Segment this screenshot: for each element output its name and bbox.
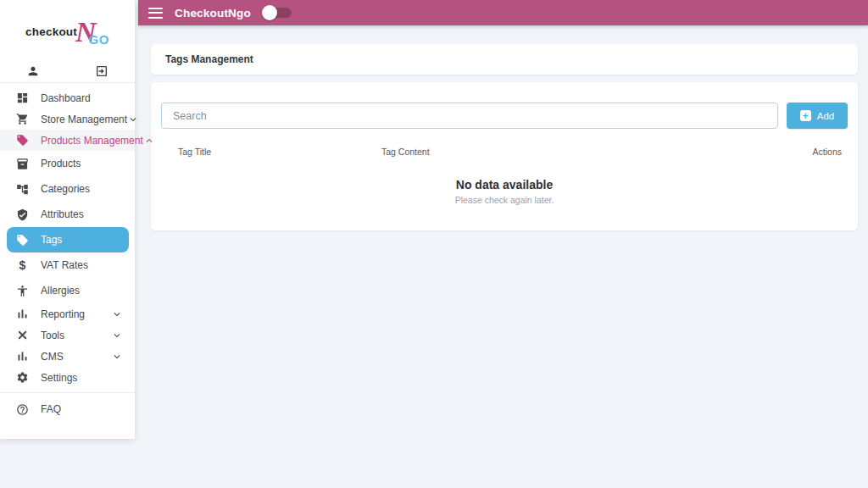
column-tag-content: Tag Content — [381, 147, 813, 157]
sidebar-item-tools[interactable]: Tools — [0, 324, 135, 346]
main-content: Tags Management + Add Tag Title Tag Cont… — [138, 25, 868, 488]
plus-icon: + — [800, 110, 811, 121]
sidebar-item-label: Products Management — [41, 135, 143, 147]
chevron-down-icon — [111, 330, 123, 341]
person-raised-arm-icon — [16, 285, 29, 297]
page-title-card: Tags Management — [151, 44, 858, 75]
sidebar-item-label: Store Management — [41, 114, 127, 125]
sidebar-item-label: Allergies — [41, 285, 80, 297]
chevron-up-icon — [143, 135, 155, 147]
app-title: CheckoutNgo — [175, 7, 251, 19]
sidebar-item-label: Products — [41, 158, 81, 169]
chevron-down-icon — [111, 308, 123, 320]
bar-chart-icon — [16, 308, 29, 320]
sidebar: checkoutNGO Dashboard Store Management P… — [0, 0, 135, 439]
toggle-thumb — [262, 5, 277, 20]
sidebar-divider — [0, 392, 135, 393]
logo-text-go: GO — [89, 32, 109, 47]
sidebar-item-label: Attributes — [41, 208, 84, 220]
tools-icon — [16, 329, 29, 341]
hierarchy-icon — [16, 183, 29, 196]
sidebar-item-products-management[interactable]: Products Management — [0, 130, 135, 151]
sidebar-item-products[interactable]: Products — [0, 151, 135, 176]
sidebar-item-label: VAT Rates — [41, 259, 88, 271]
sidebar-item-label: FAQ — [41, 403, 61, 415]
sidebar-item-settings[interactable]: Settings — [0, 367, 135, 388]
sidebar-item-label: CMS — [41, 351, 64, 363]
tag-icon — [16, 234, 29, 247]
user-icon[interactable] — [26, 64, 40, 78]
dashboard-icon — [16, 92, 29, 104]
sidebar-item-label: Reporting — [41, 308, 85, 320]
menu-icon[interactable] — [148, 8, 163, 19]
search-input[interactable] — [161, 103, 778, 129]
sidebar-item-allergies[interactable]: Allergies — [0, 278, 135, 303]
sidebar-item-reporting[interactable]: Reporting — [0, 303, 135, 324]
logout-icon[interactable] — [95, 64, 108, 78]
sidebar-item-label: Settings — [41, 372, 77, 384]
empty-state-title: No data available — [151, 178, 858, 191]
gear-icon — [16, 371, 29, 384]
help-icon — [16, 403, 29, 416]
sidebar-header — [0, 59, 135, 83]
empty-state: No data available Please check again lat… — [151, 178, 858, 205]
brand-logo: checkoutNGO — [0, 0, 135, 59]
sidebar-item-attributes[interactable]: Attributes — [0, 202, 135, 227]
logo-text-checkout: checkout — [25, 25, 77, 38]
chevron-down-icon — [127, 114, 139, 125]
box-icon — [16, 158, 29, 170]
add-button-label: Add — [817, 111, 834, 121]
sidebar-item-label: Dashboard — [41, 92, 91, 104]
empty-state-subtitle: Please check again later. — [151, 195, 858, 205]
sidebar-item-dashboard[interactable]: Dashboard — [0, 87, 135, 108]
sidebar-item-faq[interactable]: FAQ — [0, 396, 135, 422]
topbar: CheckoutNgo — [138, 0, 868, 25]
sidebar-item-store-management[interactable]: Store Management — [0, 108, 135, 130]
table-header-row: Tag Title Tag Content Actions — [151, 147, 858, 157]
sidebar-item-categories[interactable]: Categories — [0, 176, 135, 202]
table-toolbar: + Add — [151, 82, 858, 129]
tags-table-card: + Add Tag Title Tag Content Actions No d… — [151, 82, 858, 230]
theme-toggle[interactable] — [262, 5, 294, 20]
sidebar-item-tags[interactable]: Tags — [7, 227, 129, 252]
sidebar-item-cms[interactable]: CMS — [0, 346, 135, 367]
sidebar-item-label: Tags — [41, 234, 62, 246]
dollar-icon: $ — [16, 259, 29, 272]
cart-icon — [16, 113, 29, 125]
shield-check-icon — [16, 208, 29, 221]
sidebar-item-label: Tools — [41, 330, 64, 341]
sidebar-item-label: Categories — [41, 183, 90, 195]
sidebar-nav: Dashboard Store Management Products Mana… — [0, 87, 135, 422]
sidebar-item-vat-rates[interactable]: $ VAT Rates — [0, 252, 135, 278]
chevron-down-icon — [111, 351, 123, 363]
tag-icon — [16, 134, 29, 147]
add-button[interactable]: + Add — [787, 103, 848, 129]
page-title: Tags Management — [165, 53, 253, 65]
column-tag-title: Tag Title — [178, 147, 381, 157]
column-actions: Actions — [813, 147, 842, 157]
bar-chart-icon — [16, 350, 29, 363]
